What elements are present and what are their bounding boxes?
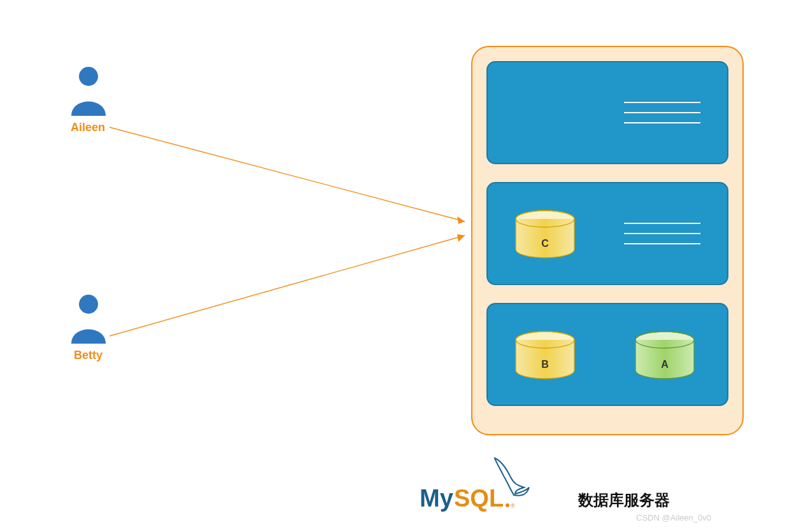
user-aileen-icon <box>69 65 108 118</box>
database-c: C <box>514 210 576 256</box>
svg-marker-1 <box>457 216 465 224</box>
svg-text:SQL: SQL <box>454 485 504 512</box>
svg-line-2 <box>110 235 465 336</box>
diagram-canvas: Aileen Betty <box>0 0 808 532</box>
server-container: C <box>471 46 744 435</box>
table-lines-icon <box>624 93 700 132</box>
database-b-label: B <box>514 359 576 370</box>
database-b: B <box>514 331 576 377</box>
database-c-label: C <box>514 238 576 249</box>
db-slot-bottom: B A <box>486 303 728 406</box>
svg-line-0 <box>110 127 465 221</box>
table-lines-icon <box>624 214 700 253</box>
user-aileen-label: Aileen <box>71 121 105 134</box>
db-slot-top <box>486 61 728 164</box>
svg-point-13 <box>506 503 509 507</box>
database-a-label: A <box>634 359 695 370</box>
svg-point-4 <box>79 67 98 86</box>
mysql-text: My <box>420 485 453 512</box>
user-betty-label: Betty <box>74 349 103 362</box>
db-slot-middle: C <box>486 182 728 285</box>
database-a: A <box>634 331 695 377</box>
server-label: 数据库服务器 <box>578 490 670 510</box>
user-betty-icon <box>69 293 108 346</box>
mysql-logo: My SQL ® <box>420 457 531 517</box>
svg-text:®: ® <box>511 503 515 509</box>
svg-point-5 <box>79 295 98 314</box>
watermark-text: CSDN @Aileen_0v0 <box>636 513 711 522</box>
svg-marker-3 <box>457 234 465 242</box>
